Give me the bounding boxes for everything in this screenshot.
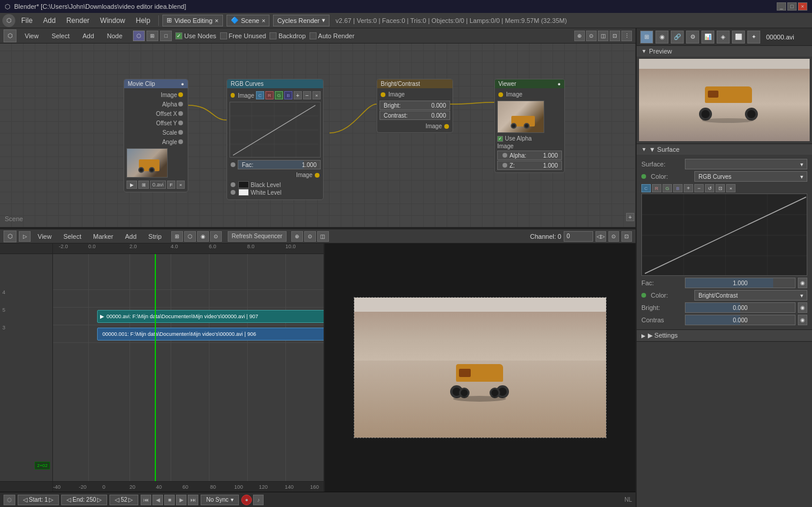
preview-expand-btn[interactable]: + bbox=[626, 213, 634, 221]
rgb-curve-widget[interactable] bbox=[229, 102, 321, 158]
rgb-b-btn[interactable]: B bbox=[284, 91, 292, 99]
rgb-x-btn[interactable]: × bbox=[312, 91, 321, 99]
right-x-btn[interactable]: × bbox=[726, 184, 736, 192]
viewer-z-slider[interactable]: Z: 1.000 bbox=[497, 161, 562, 170]
settings-header[interactable]: ▶ ▶ Settings bbox=[637, 330, 812, 341]
bright-dot-btn[interactable]: ◉ bbox=[798, 302, 807, 313]
clip-del-btn[interactable]: × bbox=[177, 181, 185, 189]
record-btn[interactable]: ● bbox=[241, 495, 252, 505]
viewer-alpha-slider[interactable]: Alpha: 1.000 bbox=[497, 151, 562, 160]
seq-channel-btn[interactable]: ◁▷ bbox=[595, 231, 606, 242]
contrast-dot-btn[interactable]: ◉ bbox=[798, 315, 807, 325]
node-view-btn-3[interactable]: □ bbox=[160, 31, 172, 41]
right-r-tab[interactable]: R bbox=[652, 184, 661, 192]
rgb-minus-btn[interactable]: − bbox=[303, 91, 311, 99]
rgb-curves-node[interactable]: RGB Curves Image C R G B + bbox=[227, 79, 324, 200]
scene-dropdown[interactable]: 🔷 Scene × bbox=[227, 15, 270, 26]
seq-clip-2[interactable]: 00000.001: F:\Mijn data\Documenten\Mijn … bbox=[97, 328, 324, 341]
node-canvas[interactable]: Scene Movie Clip ● bbox=[0, 44, 635, 227]
menu-render[interactable]: Render bbox=[62, 15, 94, 26]
refresh-sequencer-button[interactable]: Refresh Sequencer bbox=[228, 231, 287, 242]
close-button[interactable]: × bbox=[798, 2, 807, 11]
seq-select-menu[interactable]: Select bbox=[59, 232, 86, 241]
fac-slider[interactable]: 1.000 bbox=[685, 278, 796, 288]
seq-view-menu[interactable]: View bbox=[33, 232, 56, 241]
node-view-btn-1[interactable]: ⬡ bbox=[133, 31, 145, 41]
seq-timeline-area[interactable]: -2.0 0.0 2.0 4.0 6.0 8.0 10.0 12.0 bbox=[53, 244, 324, 492]
menu-file[interactable]: File bbox=[16, 15, 37, 26]
right-b-tab[interactable]: B bbox=[673, 184, 683, 192]
right-curve-widget[interactable] bbox=[641, 194, 807, 276]
rgb-c-btn[interactable]: C bbox=[256, 91, 264, 99]
node-extra-btn-1[interactable]: ⊕ bbox=[574, 31, 585, 41]
node-add-menu[interactable]: Add bbox=[78, 31, 99, 41]
fac-dot-btn[interactable]: ◉ bbox=[798, 278, 807, 288]
bc-contrast-slider[interactable]: Contrast: 0.000 bbox=[380, 111, 450, 120]
audio-btn[interactable]: ♪ bbox=[253, 495, 264, 505]
seq-view-btn[interactable]: ⊡ bbox=[621, 231, 632, 242]
right-mat-btn[interactable]: ◈ bbox=[717, 31, 730, 44]
seq-channel-input[interactable]: 0 bbox=[564, 231, 593, 242]
play-prev[interactable]: ◀ bbox=[152, 495, 163, 505]
seq-right-btn[interactable]: ⊙ bbox=[608, 231, 619, 242]
free-unused-checkbox[interactable]: Free Unused bbox=[220, 32, 267, 39]
color2-select[interactable]: Bright/Contrast ▾ bbox=[694, 290, 807, 301]
node-select-menu[interactable]: Select bbox=[47, 31, 75, 41]
right-tex-btn[interactable]: ⬜ bbox=[732, 31, 745, 44]
node-node-menu[interactable]: Node bbox=[102, 31, 127, 41]
seq-btn-2[interactable]: ⬡ bbox=[184, 231, 196, 242]
surface-prop-select[interactable]: ▾ bbox=[685, 159, 807, 169]
clip-ctrl-2[interactable]: ⊞ bbox=[138, 181, 149, 189]
clip-ctrl-1[interactable]: ▶ bbox=[127, 181, 137, 189]
rgb-fac-slider[interactable]: Fac: 1.000 bbox=[238, 160, 321, 169]
menu-window[interactable]: Window bbox=[95, 15, 130, 26]
use-nodes-checkbox[interactable]: ✓ Use Nodes bbox=[175, 32, 216, 39]
node-extra-btn-3[interactable]: ◫ bbox=[598, 31, 608, 41]
auto-render-checkbox[interactable]: Auto Render bbox=[310, 32, 355, 39]
right-particle-btn[interactable]: ✦ bbox=[747, 31, 760, 44]
viewer-use-alpha[interactable]: ✓ Use Alpha bbox=[495, 135, 564, 142]
preview-header[interactable]: ▼ Preview bbox=[637, 46, 812, 56]
workspace-dropdown[interactable]: ⊞ Video Editing × bbox=[162, 15, 222, 26]
right-data-btn[interactable]: 📊 bbox=[701, 31, 714, 44]
node-extra-btn-5[interactable]: ⋮ bbox=[621, 31, 632, 41]
seq-extra-2[interactable]: ⊙ bbox=[304, 231, 316, 242]
right-minus-btn[interactable]: − bbox=[694, 184, 704, 192]
seq-btn-3[interactable]: ◉ bbox=[197, 231, 209, 242]
viewer-node[interactable]: Viewer ● Image bbox=[494, 79, 565, 173]
color-select[interactable]: RGB Curves ▾ bbox=[694, 171, 807, 182]
menu-add[interactable]: Add bbox=[38, 15, 60, 26]
maximize-button[interactable]: □ bbox=[787, 2, 797, 11]
right-g-tab[interactable]: G bbox=[663, 184, 672, 192]
play-forward[interactable]: ▶ bbox=[176, 495, 187, 505]
seq-btn-1[interactable]: ⊞ bbox=[171, 231, 183, 242]
menu-help[interactable]: Help bbox=[131, 15, 155, 26]
seq-marker-menu[interactable]: Marker bbox=[88, 232, 118, 241]
seq-clip-1[interactable]: ▶ 00000.avi: F:\Mijn data\Documenten\Mij… bbox=[97, 310, 324, 323]
seq-tracks[interactable]: ▶ 00000.avi: F:\Mijn data\Documenten\Mij… bbox=[53, 254, 324, 481]
rgb-plus-btn[interactable]: + bbox=[294, 91, 302, 99]
surface-header[interactable]: ▼ ▼ Surface bbox=[637, 144, 812, 155]
node-view-menu[interactable]: View bbox=[20, 31, 44, 41]
play-jump-start[interactable]: ⏮ bbox=[141, 495, 151, 505]
bc-bright-slider[interactable]: Bright: 0.000 bbox=[380, 101, 450, 110]
play-jump-end[interactable]: ⏭ bbox=[188, 495, 198, 505]
right-plus-btn[interactable]: + bbox=[684, 184, 693, 192]
clip-f-btn[interactable]: F bbox=[167, 181, 175, 189]
frame-field[interactable]: ◁ 52 ▷ bbox=[109, 495, 138, 505]
right-c-tab[interactable]: C bbox=[641, 184, 651, 192]
seq-add-menu[interactable]: Add bbox=[120, 232, 141, 241]
minimize-button[interactable]: _ bbox=[777, 2, 786, 11]
right-modifier-btn[interactable]: ⚙ bbox=[686, 31, 699, 44]
rgb-g-btn[interactable]: G bbox=[275, 91, 283, 99]
seq-extra-3[interactable]: ◫ bbox=[317, 231, 329, 242]
node-view-btn-2[interactable]: ⊞ bbox=[147, 31, 158, 41]
node-extra-btn-4[interactable]: ⊡ bbox=[610, 31, 620, 41]
sync-dropdown[interactable]: No Sync ▾ bbox=[201, 495, 239, 505]
movie-clip-controls[interactable]: ▶ ⊞ 0.avi F × bbox=[124, 179, 188, 190]
title-bar-controls[interactable]: _ □ × bbox=[777, 2, 807, 11]
right-clip-btn[interactable]: ⊡ bbox=[716, 184, 725, 192]
rgb-r-btn[interactable]: R bbox=[265, 91, 274, 99]
playback-controls[interactable]: ⏮ ◀ ■ ▶ ⏭ bbox=[141, 495, 198, 505]
bright-slider[interactable]: 0.000 bbox=[685, 302, 796, 313]
